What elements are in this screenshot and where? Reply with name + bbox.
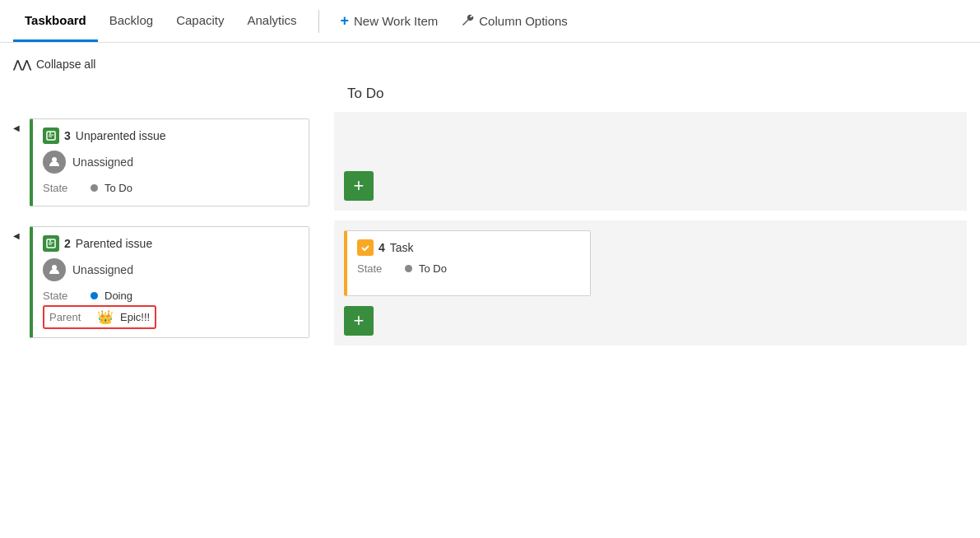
row1-left-group: ◀ 3 Unparented issue Unassigned — [13, 118, 334, 206]
row1-triangle[interactable]: ◀ — [13, 118, 20, 132]
right-column: To Do + 4 Task State — [334, 79, 967, 355]
card2-title-row: 2 Parented issue — [43, 235, 299, 252]
column-header-todo: To Do — [334, 79, 967, 112]
svg-rect-0 — [47, 132, 55, 140]
avatar-2 — [43, 258, 66, 281]
task1-state-row: State To Do — [357, 262, 580, 275]
task1-state-dot — [405, 265, 412, 272]
avatar-1 — [43, 151, 66, 174]
tab-taskboard[interactable]: Taskboard — [13, 0, 98, 42]
tab-backlog[interactable]: Backlog — [98, 0, 165, 42]
board: ◀ 3 Unparented issue Unassigned — [13, 79, 967, 355]
new-work-item-button[interactable]: + New Work Item — [329, 0, 450, 42]
tab-capacity[interactable]: Capacity — [165, 0, 235, 42]
card1-user-row: Unassigned — [43, 151, 299, 174]
svg-rect-3 — [47, 239, 55, 248]
card2-parent-row: Parent 👑 Epic!!! — [43, 305, 156, 329]
task-icon-1 — [357, 239, 374, 256]
state-dot-1 — [91, 184, 98, 192]
row2-add-button[interactable]: + — [344, 306, 374, 336]
left-column: ◀ 3 Unparented issue Unassigned — [13, 79, 334, 355]
row1-right-section: + — [334, 112, 967, 211]
card1-title-row: 3 Unparented issue — [43, 128, 299, 144]
nav-divider — [318, 10, 319, 33]
nav-bar: Taskboard Backlog Capacity Analytics + N… — [0, 0, 980, 43]
row2-collapse: ◀ — [13, 226, 26, 240]
wrench-icon — [461, 13, 474, 30]
main-content: ⋀⋀ Collapse all ◀ 3 Unparented iss — [0, 43, 980, 364]
work-item-card-2[interactable]: 2 Parented issue Unassigned State Doing — [30, 226, 309, 338]
svg-point-4 — [49, 240, 51, 242]
work-item-card-1[interactable]: 3 Unparented issue Unassigned State To D… — [30, 118, 309, 206]
state-dot-2 — [91, 292, 98, 299]
row1-collapse: ◀ — [13, 118, 26, 132]
row2-left-group: ◀ 2 Parented issue Unassigned — [13, 226, 334, 338]
crown-icon: 👑 — [97, 309, 114, 325]
row2-triangle[interactable]: ◀ — [13, 226, 20, 240]
svg-point-1 — [49, 132, 51, 134]
row2-right-section: 4 Task State To Do + — [334, 220, 967, 346]
card2-user-row: Unassigned — [43, 258, 299, 281]
task-card-1[interactable]: 4 Task State To Do — [344, 230, 591, 296]
issue-icon-1 — [43, 128, 59, 144]
tab-analytics[interactable]: Analytics — [235, 0, 308, 42]
plus-icon: + — [341, 12, 350, 30]
collapse-icon: ⋀⋀ — [13, 58, 31, 71]
row1-add-button[interactable]: + — [344, 171, 374, 201]
collapse-all-button[interactable]: ⋀⋀ Collapse all — [13, 51, 967, 79]
column-options-button[interactable]: Column Options — [449, 0, 579, 42]
card2-state-row: State Doing — [43, 290, 299, 302]
issue-icon-2 — [43, 235, 59, 252]
task1-title-row: 4 Task — [357, 239, 580, 256]
card1-state-row: State To Do — [43, 182, 299, 194]
